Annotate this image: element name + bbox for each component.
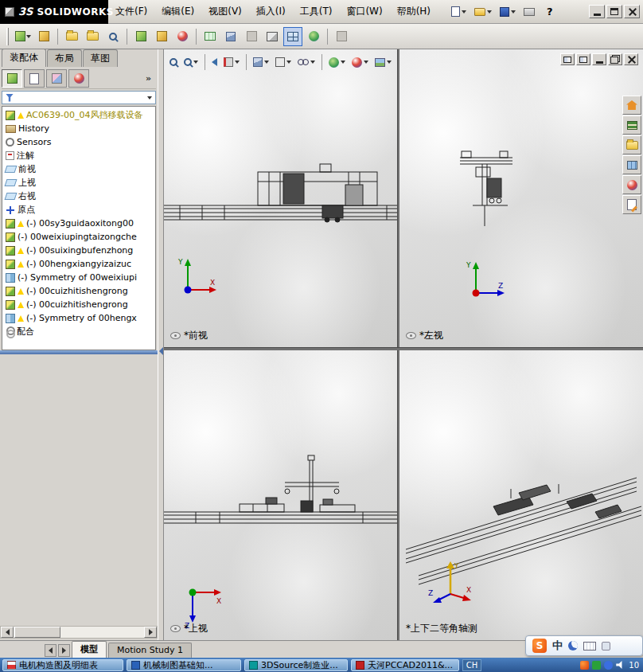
help-button[interactable]: ? (540, 3, 559, 21)
minimize-button[interactable] (589, 5, 605, 18)
tree-item-top-plane[interactable]: 上视 (4, 176, 155, 189)
component-pattern-button[interactable] (62, 27, 81, 46)
tab-motion-study[interactable]: Motion Study 1 (108, 643, 192, 658)
show-hidden-components-button[interactable] (131, 27, 150, 46)
assembly-visualization-button[interactable] (304, 27, 323, 46)
propertymanager-tab[interactable] (24, 69, 45, 88)
panel-splitter[interactable] (158, 49, 164, 640)
apply-scene-button[interactable] (349, 54, 371, 70)
chevron-down-icon[interactable] (147, 96, 152, 100)
file-explorer-button[interactable] (622, 135, 641, 154)
custom-properties-button[interactable] (622, 195, 641, 214)
document-close-button[interactable] (624, 53, 638, 65)
tree-item-component[interactable]: (-) 00weixiupingtaizongche (4, 230, 155, 244)
tree-item-component[interactable]: (-) 00sy3guidaoxitong00 (4, 217, 155, 230)
tab-scroll-left-button[interactable] (45, 644, 57, 657)
displaymanager-tab[interactable] (68, 69, 89, 88)
viewport-vertical-splitter[interactable] (397, 49, 399, 640)
motion-study-button[interactable] (332, 27, 351, 46)
scroll-left-button[interactable] (1, 627, 14, 638)
sogou-input-icon[interactable]: S (532, 639, 547, 653)
collapse-panel-arrow-icon[interactable] (159, 347, 163, 355)
tab-assembly[interactable]: 装配体 (2, 49, 46, 67)
menu-file[interactable]: 文件(F) (108, 2, 154, 21)
featuremanager-tab[interactable] (2, 69, 22, 88)
move-component-button[interactable] (103, 27, 123, 46)
viewport-isometric[interactable]: Y X Z *上下二等角轴测 (399, 350, 643, 640)
menu-view[interactable]: 视图(V) (201, 2, 249, 21)
taskbar-button[interactable]: 电机构造图及明细表 (2, 659, 123, 671)
tree-root[interactable]: AC0639-00_04风挡移载设备 (4, 108, 155, 122)
taskbar-button[interactable]: 机械制图基础知... (127, 659, 241, 671)
menu-window[interactable]: 窗口(W) (339, 2, 389, 21)
tree-item-component[interactable]: (-) 00cuizhitishengrong (4, 284, 155, 298)
new-document-button[interactable] (449, 3, 469, 21)
insert-components-button[interactable] (14, 27, 33, 46)
ime-toolbox-icon[interactable] (602, 642, 610, 651)
previous-view-button[interactable] (209, 54, 220, 70)
tree-item-symmetry[interactable]: (-) Symmetry of 00weixiupi (4, 271, 155, 284)
tree-item-mates[interactable]: 配合 (4, 325, 155, 338)
menu-insert[interactable]: 插入(I) (249, 2, 293, 21)
section-view-button[interactable] (221, 54, 242, 70)
viewport-left[interactable]: Y Z *左视 (399, 49, 643, 347)
display-style-button[interactable] (273, 54, 294, 70)
fullwidth-mode-icon[interactable] (568, 641, 578, 651)
print-button[interactable] (521, 3, 537, 21)
document-restore-button[interactable] (608, 53, 622, 65)
exploded-view-button[interactable] (221, 27, 240, 46)
toolbar-grip[interactable] (6, 28, 9, 45)
four-view-viewport-button[interactable] (283, 27, 302, 46)
save-button[interactable] (497, 3, 518, 21)
volume-icon[interactable] (616, 661, 625, 669)
view-settings-button[interactable] (372, 54, 394, 70)
tray-sogou-icon[interactable] (580, 661, 589, 670)
menu-help[interactable]: 帮助(H) (390, 2, 438, 21)
view-orientation-button[interactable] (251, 54, 271, 70)
configurationmanager-tab[interactable] (46, 69, 67, 88)
tree-item-right-plane[interactable]: 右视 (4, 189, 155, 203)
view-palette-button[interactable] (622, 155, 641, 174)
tree-item-component[interactable]: (-) 00suixingbufenzhong (4, 244, 155, 257)
instant3d-button[interactable] (263, 27, 282, 46)
resources-button[interactable] (622, 96, 641, 115)
tree-item-component[interactable]: (-) 00cuizhitishengrong (4, 298, 155, 311)
reference-geometry-button[interactable] (173, 27, 192, 46)
mate-button[interactable] (34, 27, 53, 46)
menu-edit[interactable]: 编辑(E) (154, 2, 201, 21)
tab-model[interactable]: 模型 (72, 641, 107, 658)
assembly-features-button[interactable] (152, 27, 171, 46)
smart-fasteners-button[interactable] (83, 27, 102, 46)
edit-appearance-button[interactable] (326, 54, 348, 70)
hide-show-items-button[interactable] (295, 54, 318, 70)
tray-network-icon[interactable] (604, 661, 613, 670)
soft-keyboard-icon[interactable] (583, 642, 596, 651)
chinese-mode-indicator[interactable]: 中 (552, 639, 563, 653)
appearances-button[interactable] (622, 175, 641, 194)
more-tabs-chevron[interactable]: » (141, 73, 156, 84)
taskbar-button[interactable]: 天河PCCAD2011&... (351, 659, 459, 671)
tab-layout[interactable]: 布局 (47, 49, 82, 67)
tree-item-annotations[interactable]: 注解 (4, 149, 155, 162)
tree-filter-box[interactable] (2, 91, 156, 104)
viewport-pane-button-1[interactable] (560, 53, 575, 65)
tree-item-history[interactable]: History (4, 122, 155, 135)
tree-item-origin[interactable]: 原点 (4, 203, 155, 217)
maximize-button[interactable] (606, 5, 622, 18)
tree-item-sensors[interactable]: Sensors (4, 135, 155, 149)
viewport-front[interactable]: Y X *前视 (164, 49, 397, 347)
scrollbar-thumb[interactable] (14, 627, 60, 638)
tray-status-icon[interactable] (592, 661, 601, 670)
taskbar-button[interactable]: 3DSource制造业... (244, 659, 348, 671)
document-minimize-button[interactable] (592, 53, 606, 65)
viewport-horizontal-splitter[interactable] (164, 347, 643, 350)
viewport-pane-button-2[interactable] (576, 53, 590, 65)
interference-detection-button[interactable] (242, 27, 261, 46)
menu-tools[interactable]: 工具(T) (293, 2, 340, 21)
design-library-button[interactable] (622, 115, 641, 135)
tab-sketch[interactable]: 草图 (83, 49, 118, 67)
zoom-area-button[interactable] (181, 54, 201, 70)
horizontal-scrollbar[interactable] (0, 626, 158, 639)
tree-item-front-plane[interactable]: 前视 (4, 162, 155, 176)
scroll-right-button[interactable] (144, 627, 157, 638)
